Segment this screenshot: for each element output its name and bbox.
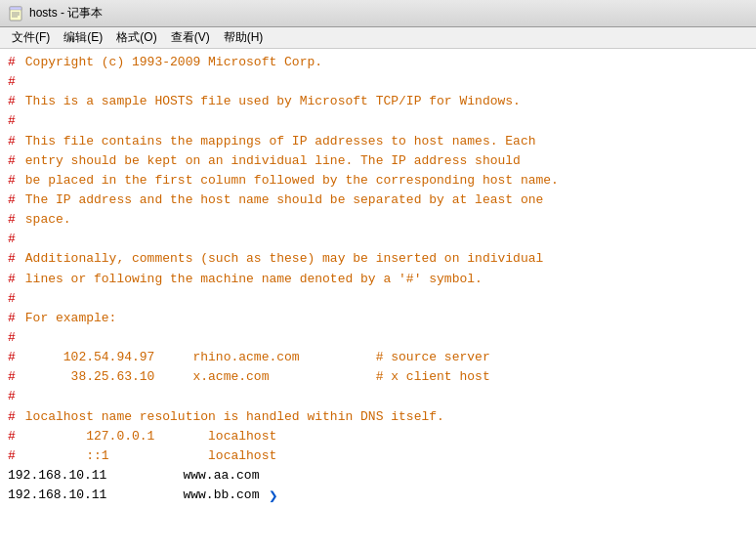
text-line: # space. (8, 210, 748, 230)
text-line: # localhost name resolution is handled w… (8, 407, 748, 427)
text-line: # (8, 387, 748, 406)
text-line: 192.168.10.11 www.bb.com ❯ (8, 486, 748, 510)
notepad-icon (8, 6, 23, 21)
svg-rect-1 (10, 7, 21, 10)
menu-format[interactable]: 格式(O) (110, 28, 162, 47)
text-line: # 38.25.63.10 x.acme.com # x client host (8, 367, 748, 387)
text-line: # 127.0.0.1 localhost (8, 427, 748, 446)
text-line: # For example: (8, 309, 748, 328)
window-title: hosts - 记事本 (29, 5, 103, 21)
text-editor-content[interactable]: # Copyright (c) 1993-2009 Microsoft Corp… (0, 49, 756, 551)
text-line: # 102.54.94.97 rhino.acme.com # source s… (8, 348, 748, 367)
text-line: # be placed in the first column followed… (8, 171, 748, 191)
text-line: # (8, 72, 748, 92)
menu-file[interactable]: 文件(F) (6, 28, 56, 47)
menu-bar: 文件(F) 编辑(E) 格式(O) 查看(V) 帮助(H) (0, 27, 756, 49)
text-line: # The IP address and the host name shoul… (8, 191, 748, 210)
menu-help[interactable]: 帮助(H) (218, 28, 270, 47)
menu-edit[interactable]: 编辑(E) (58, 28, 108, 47)
menu-view[interactable]: 查看(V) (165, 28, 216, 47)
text-line: # (8, 328, 748, 348)
title-bar: hosts - 记事本 (0, 0, 756, 27)
text-line: # This file contains the mappings of IP … (8, 132, 748, 151)
text-line: # Copyright (c) 1993-2009 Microsoft Corp… (8, 53, 748, 72)
text-line: # (8, 289, 748, 309)
text-line: 192.168.10.11 www.aa.com (8, 466, 748, 486)
text-line: # (8, 111, 748, 131)
text-line: # entry should be kept on an individual … (8, 151, 748, 171)
text-line: # ::1 localhost (8, 446, 748, 466)
text-line: # Additionally, comments (such as these)… (8, 249, 748, 269)
text-line: # (8, 230, 748, 249)
text-line: # lines or following the machine name de… (8, 270, 748, 289)
text-line: # This is a sample HOSTS file used by Mi… (8, 92, 748, 111)
